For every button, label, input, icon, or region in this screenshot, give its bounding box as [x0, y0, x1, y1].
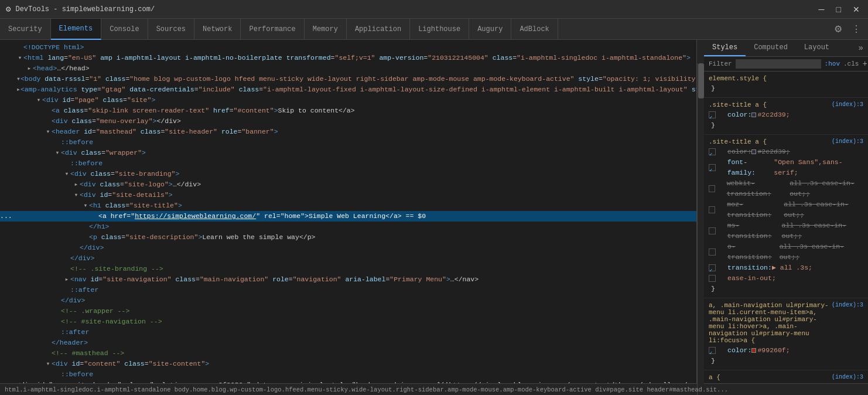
dom-line-content: <!-- #masthead --> [52, 349, 124, 358]
dom-line[interactable]: <p class="site-description">Learn web th… [0, 232, 696, 243]
dom-line[interactable]: ::before [0, 369, 696, 380]
css-prop-checkbox[interactable] [709, 111, 716, 118]
color-swatch[interactable] [751, 348, 756, 353]
tab-layout[interactable]: Layout [796, 40, 838, 56]
settings-button[interactable]: ⚙ [832, 21, 845, 37]
css-source[interactable]: (index):3 [832, 138, 863, 145]
color-swatch[interactable] [751, 149, 756, 154]
dom-line[interactable]: ::before [0, 137, 696, 148]
tab-elements[interactable]: Elements [51, 19, 102, 40]
css-prop-checkbox[interactable] [709, 227, 716, 234]
tab-network[interactable]: Network [194, 19, 241, 40]
dom-line[interactable]: ::before [0, 158, 696, 169]
tab-augury[interactable]: Augury [469, 19, 511, 40]
dom-line[interactable]: <div class="menu-overlay"></div> [0, 116, 696, 127]
dom-arrow[interactable] [16, 74, 20, 84]
dom-line[interactable]: <!-- #site-navigation --> [0, 316, 696, 327]
dom-line[interactable]: </div> [0, 253, 696, 264]
dom-arrow[interactable] [63, 275, 70, 284]
css-prop-checkbox[interactable] [709, 248, 716, 256]
css-prop-line: color: #2c2d39; [709, 147, 863, 157]
dom-line-content: <h1 class="site-title"> [89, 201, 182, 210]
tab-memory[interactable]: Memory [305, 19, 347, 40]
dom-line[interactable]: <head>…</head> [0, 63, 696, 74]
css-source[interactable]: (index):3 [832, 101, 863, 108]
dom-line[interactable]: <div class="site-logo">…</div> [0, 179, 696, 190]
dom-line[interactable]: <html lang="en-US" amp i-amphtml-layout … [0, 53, 696, 63]
dom-arrow[interactable] [16, 85, 20, 94]
dom-line[interactable]: <div class="wrapper"> [0, 148, 696, 158]
css-source[interactable]: (index):3 [832, 302, 863, 344]
close-button[interactable]: ✕ [850, 5, 862, 14]
filter-plus-button[interactable]: + [862, 59, 867, 69]
dom-arrow[interactable] [73, 190, 80, 200]
more-button[interactable]: ⋮ [849, 21, 863, 37]
dom-line[interactable]: <!-- .wrapper --> [0, 306, 696, 316]
dom-line[interactable]: ... <a href="https://simpleweblearning.c… [0, 211, 696, 222]
dom-line[interactable]: <div id="page" class="site"> [0, 95, 696, 105]
css-prop-checkbox[interactable] [709, 148, 716, 155]
filter-hov-button[interactable]: :hov [825, 60, 840, 67]
dom-line[interactable]: </h1> [0, 222, 696, 232]
dom-line[interactable]: <a class="skip-link screen-reader-text" … [0, 105, 696, 116]
dom-line[interactable]: <!-- .site-branding --> [0, 264, 696, 274]
dom-line[interactable]: <header id="masthead" class="site-header… [0, 127, 696, 137]
dom-line[interactable]: <!-- #masthead --> [0, 348, 696, 359]
tab-performance[interactable]: Performance [241, 19, 304, 40]
dom-line[interactable]: ::after [0, 327, 696, 338]
dom-line[interactable]: <body data-rsssl="1" class="home blog wp… [0, 74, 696, 84]
css-prop-checkbox[interactable] [709, 185, 715, 192]
dom-line-content: <amp-analytics type="gtag" data-credenti… [20, 85, 697, 94]
dom-line[interactable]: <div id="content" class="site-content"> [0, 359, 696, 369]
css-prop-checkbox[interactable] [709, 275, 716, 282]
dom-arrow[interactable] [63, 169, 70, 179]
dom-line-content: <a href="https://simpleweblearning.com/"… [98, 212, 426, 221]
css-prop-line: font-family: "Open Sans",sans-serif; [709, 157, 863, 178]
tab-lighthouse[interactable]: Lighthouse [410, 19, 469, 40]
css-selector: element.style { [709, 75, 863, 82]
filter-cls-button[interactable]: .cls [843, 60, 859, 67]
dom-scrollbar[interactable] [697, 40, 704, 383]
dom-arrow[interactable] [45, 359, 52, 369]
tab-security[interactable]: Security [0, 19, 51, 40]
css-prop-name: ms-transition: [718, 220, 782, 241]
css-source[interactable]: (index):3 [832, 374, 863, 381]
dom-line[interactable]: <h1 class="site-title"> [0, 200, 696, 211]
tab-styles[interactable]: Styles [704, 40, 746, 56]
dom-line[interactable]: <amp-analytics type="gtag" data-credenti… [0, 84, 696, 95]
dom-line[interactable]: <div id="site-details"> [0, 190, 696, 200]
dom-line[interactable]: <nav id="site-navigation" class="main-na… [0, 274, 696, 285]
minimize-button[interactable]: ─ [816, 5, 827, 14]
tab-console[interactable]: Console [101, 19, 148, 40]
dom-panel[interactable]: <!DOCTYPE html><html lang="en-US" amp i-… [0, 40, 697, 383]
color-swatch[interactable] [751, 113, 756, 117]
css-prop-checkbox[interactable] [709, 347, 716, 354]
dom-line[interactable]: </header> [0, 338, 696, 348]
css-prop-checkbox[interactable] [709, 206, 715, 213]
tab-application[interactable]: Application [347, 19, 410, 40]
devtools-icon: ⚙ [6, 4, 11, 14]
dom-arrow[interactable] [73, 180, 80, 189]
maximize-button[interactable]: □ [834, 5, 843, 14]
css-prop-value: ▶ all .3s; [772, 263, 812, 273]
dom-arrow[interactable] [54, 148, 61, 158]
dom-line[interactable]: </div> [0, 243, 696, 253]
filter-input[interactable] [736, 59, 821, 69]
dom-line[interactable]: ::after [0, 285, 696, 295]
dom-arrow[interactable] [26, 64, 33, 73]
dom-arrow[interactable] [82, 201, 89, 210]
dom-line[interactable]: <div class="site-branding"> [0, 169, 696, 179]
css-prop-checkbox[interactable] [709, 264, 716, 271]
dom-line[interactable]: <div id="page-site-header" class="relati… [0, 380, 696, 383]
tab-computed[interactable]: Computed [746, 40, 796, 56]
dom-arrow[interactable] [16, 53, 23, 63]
tab-adblock[interactable]: AdBlock [511, 19, 558, 40]
dom-line[interactable]: </div> [0, 295, 696, 306]
dom-line[interactable]: <!DOCTYPE html> [0, 42, 696, 53]
dom-arrow[interactable] [45, 127, 52, 137]
tab-sources[interactable]: Sources [148, 19, 194, 40]
styles-more-button[interactable]: » [854, 40, 868, 56]
css-prop-value: all .3s ease-in-out;; [780, 241, 863, 263]
css-prop-checkbox[interactable] [709, 164, 716, 171]
dom-arrow[interactable] [35, 96, 42, 105]
